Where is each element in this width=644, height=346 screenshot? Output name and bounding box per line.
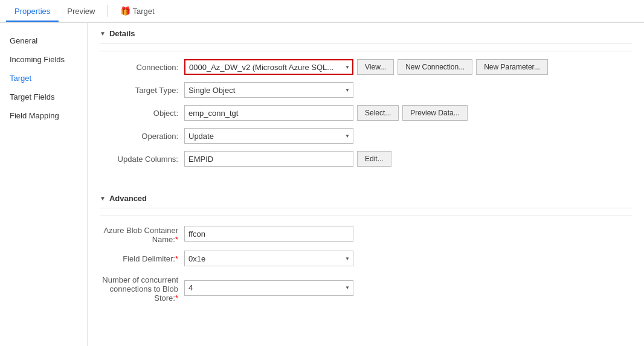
sidebar-item-target-fields[interactable]: Target Fields <box>0 88 87 106</box>
target-type-row: Target Type: Single Object <box>100 82 632 98</box>
edit-button[interactable]: Edit... <box>357 151 391 167</box>
connection-row: Connection: 0000_Az_DW_v2 (Microsoft Azu… <box>100 59 632 75</box>
concurrent-connections-select-wrapper: 4 <box>184 280 353 296</box>
field-delimiter-select-wrapper: 0x1e <box>184 251 353 266</box>
sidebar: General Incoming Fields Target Target Fi… <box>0 23 88 346</box>
view-button[interactable]: View... <box>357 59 394 75</box>
sidebar-item-target[interactable]: Target <box>0 69 87 88</box>
tab-target[interactable]: 🎁 Target <box>112 1 163 22</box>
field-delimiter-select[interactable]: 0x1e <box>184 251 353 266</box>
select-button[interactable]: Select... <box>357 105 399 121</box>
details-section-header: ▼ Details <box>100 29 632 43</box>
connection-controls: 0000_Az_DW_v2 (Microsoft Azure SQL... Vi… <box>184 59 632 75</box>
operation-controls: Update <box>184 128 632 144</box>
blob-container-label: Azure Blob Container Name:* <box>100 223 184 244</box>
concurrent-connections-controls: 4 <box>184 280 632 296</box>
object-input[interactable] <box>184 105 353 121</box>
new-parameter-button[interactable]: New Parameter... <box>476 59 548 75</box>
field-delimiter-row: Field Delimiter:* 0x1e <box>100 250 632 267</box>
sidebar-item-field-mapping[interactable]: Field Mapping <box>0 106 87 125</box>
blob-container-input[interactable] <box>184 226 353 242</box>
concurrent-connections-label: Number of concurrent connections to Blob… <box>100 273 184 303</box>
update-columns-input[interactable] <box>184 151 353 167</box>
operation-row: Operation: Update <box>100 127 632 144</box>
advanced-divider <box>100 216 632 216</box>
blob-container-row: Azure Blob Container Name:* <box>100 223 632 244</box>
update-columns-controls: Edit... <box>184 151 632 167</box>
operation-label: Operation: <box>100 132 184 141</box>
main-layout: General Incoming Fields Target Target Fi… <box>0 23 644 346</box>
concurrent-connections-row: Number of concurrent connections to Blob… <box>100 273 632 303</box>
advanced-collapse-arrow[interactable]: ▼ <box>100 195 106 202</box>
tab-preview[interactable]: Preview <box>59 2 103 22</box>
blob-container-controls <box>184 226 632 242</box>
details-divider <box>100 51 632 51</box>
update-columns-label: Update Columns: <box>100 155 184 164</box>
operation-select[interactable]: Update <box>184 128 353 144</box>
target-icon: 🎁 <box>120 6 130 16</box>
sidebar-item-incoming-fields[interactable]: Incoming Fields <box>0 50 87 69</box>
target-type-select[interactable]: Single Object <box>184 82 353 98</box>
target-type-label: Target Type: <box>100 86 184 95</box>
target-type-controls: Single Object <box>184 82 632 98</box>
object-row: Object: Select... Preview Data... <box>100 104 632 121</box>
advanced-section-header: ▼ Advanced <box>100 194 632 208</box>
update-columns-row: Update Columns: Edit... <box>100 150 632 167</box>
header-tabs: Properties Preview 🎁 Target <box>0 0 644 23</box>
concurrent-connections-select[interactable]: 4 <box>184 280 353 296</box>
object-controls: Select... Preview Data... <box>184 105 632 121</box>
details-collapse-arrow[interactable]: ▼ <box>100 30 106 37</box>
blob-required-star: * <box>175 235 178 244</box>
object-label: Object: <box>100 109 184 118</box>
content-area: ▼ Details Connection: 0000_Az_DW_v2 (Mic… <box>88 23 644 346</box>
delimiter-required-star: * <box>175 254 178 263</box>
target-type-select-wrapper: Single Object <box>184 82 353 98</box>
field-delimiter-controls: 0x1e <box>184 251 632 266</box>
sidebar-item-general[interactable]: General <box>0 31 87 50</box>
advanced-title: Advanced <box>109 194 147 203</box>
tab-divider <box>108 5 108 17</box>
concurrent-required-star: * <box>175 293 178 303</box>
tab-properties[interactable]: Properties <box>6 2 59 22</box>
preview-data-button[interactable]: Preview Data... <box>402 105 467 121</box>
field-delimiter-label: Field Delimiter:* <box>100 254 184 263</box>
operation-select-wrapper: Update <box>184 128 353 144</box>
connection-select[interactable]: 0000_Az_DW_v2 (Microsoft Azure SQL... <box>184 59 353 75</box>
new-connection-button[interactable]: New Connection... <box>398 59 472 75</box>
connection-label: Connection: <box>100 63 184 72</box>
advanced-section: ▼ Advanced Azure Blob Container Name:* F… <box>88 188 644 318</box>
connection-select-wrapper: 0000_Az_DW_v2 (Microsoft Azure SQL... <box>184 59 353 75</box>
details-title: Details <box>109 29 135 38</box>
details-section: ▼ Details Connection: 0000_Az_DW_v2 (Mic… <box>88 23 644 183</box>
